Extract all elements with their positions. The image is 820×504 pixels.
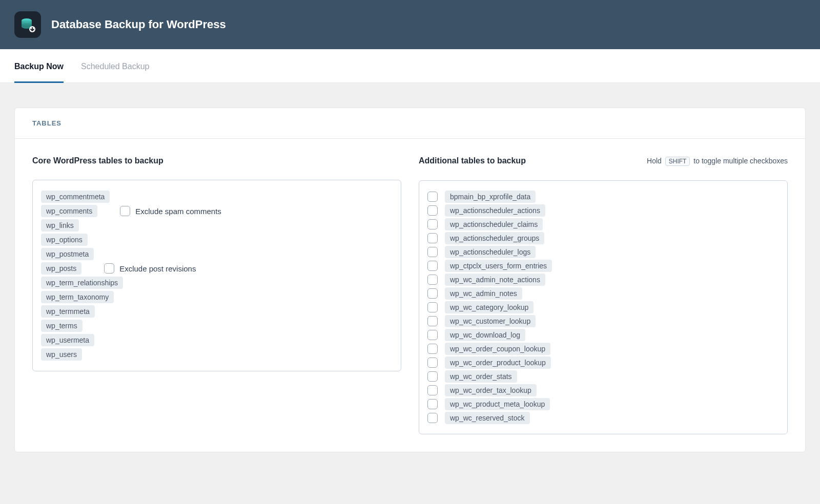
tab-backup-now[interactable]: Backup Now [14,51,64,83]
table-name-chip: wp_options [41,234,88,246]
additional-table-row: wp_wc_order_product_lookup [427,356,779,369]
table-checkbox[interactable] [427,219,438,229]
additional-table-row: wp_actionscheduler_claims [427,218,779,230]
hint-post: to toggle multiple checkboxes [693,157,788,165]
core-table-row: wp_postsExclude post revisions [41,262,393,275]
table-checkbox[interactable] [427,192,438,202]
table-name-chip: wp_actionscheduler_logs [445,246,536,258]
table-checkbox[interactable] [427,371,438,382]
table-checkbox[interactable] [427,302,438,312]
additional-table-row: wp_wc_customer_lookup [427,315,779,327]
table-name-chip: wp_comments [41,205,97,217]
additional-table-row: wp_actionscheduler_groups [427,232,779,244]
table-name-chip: wp_actionscheduler_groups [445,232,544,244]
table-checkbox[interactable] [427,275,438,285]
shift-hint: Hold SHIFT to toggle multiple checkboxes [647,157,788,166]
core-table-row: wp_commentmeta [41,191,393,203]
exclude-checkbox[interactable] [104,263,114,274]
core-tables-list: wp_commentmetawp_commentsExclude spam co… [32,180,401,371]
table-checkbox[interactable] [427,330,438,340]
content-area: TABLES Core WordPress tables to backup w… [0,83,820,452]
table-checkbox[interactable] [427,399,438,409]
core-tables-heading: Core WordPress tables to backup [32,156,163,165]
exclude-option: Exclude post revisions [104,263,196,274]
additional-table-row: wp_wc_product_meta_lookup [427,398,779,410]
table-checkbox[interactable] [427,233,438,243]
table-name-chip: wp_term_taxonomy [41,291,114,303]
core-tables-column: Core WordPress tables to backup wp_comme… [32,156,401,434]
additional-table-row: wp_wc_order_tax_lookup [427,384,779,396]
table-name-chip: wp_wc_customer_lookup [445,315,536,327]
core-table-row: wp_links [41,219,393,232]
table-name-chip: bpmain_bp_xprofile_data [445,191,536,203]
table-name-chip: wp_actionscheduler_actions [445,204,545,217]
tab-scheduled-backup[interactable]: Scheduled Backup [81,51,149,83]
table-name-chip: wp_links [41,219,79,232]
app-logo-icon [14,11,41,38]
table-checkbox[interactable] [427,247,438,257]
additional-table-row: bpmain_bp_xprofile_data [427,191,779,203]
tables-card: TABLES Core WordPress tables to backup w… [14,108,806,452]
core-table-row: wp_users [41,348,393,361]
table-checkbox[interactable] [427,288,438,299]
core-table-row: wp_options [41,234,393,246]
additional-table-row: wp_wc_order_stats [427,370,779,383]
table-name-chip: wp_wc_order_product_lookup [445,356,551,369]
table-checkbox[interactable] [427,358,438,368]
exclude-label: Exclude spam comments [135,207,221,216]
table-name-chip: wp_wc_order_tax_lookup [445,384,537,396]
additional-table-row: wp_actionscheduler_actions [427,204,779,217]
table-name-chip: wp_ctpclx_users_form_entries [445,260,552,272]
additional-table-row: wp_actionscheduler_logs [427,246,779,258]
app-title: Database Backup for WordPress [51,18,226,31]
table-name-chip: wp_wc_category_lookup [445,301,534,313]
table-checkbox[interactable] [427,261,438,271]
hint-pre: Hold [647,157,662,165]
table-name-chip: wp_usermeta [41,334,94,346]
additional-table-row: wp_wc_reserved_stock [427,412,779,424]
core-table-row: wp_termmeta [41,305,393,318]
table-name-chip: wp_users [41,348,82,361]
table-name-chip: wp_wc_order_stats [445,370,517,383]
tabs-nav: Backup NowScheduled Backup [0,49,820,83]
additional-table-row: wp_wc_download_log [427,329,779,341]
card-section-label: TABLES [15,108,805,139]
table-name-chip: wp_postmeta [41,248,94,260]
additional-tables-list: bpmain_bp_xprofile_datawp_actionschedule… [419,180,788,434]
table-name-chip: wp_term_relationships [41,277,123,289]
additional-table-row: wp_wc_category_lookup [427,301,779,313]
additional-tables-heading: Additional tables to backup [419,156,526,165]
table-name-chip: wp_wc_order_coupon_lookup [445,343,550,355]
table-name-chip: wp_terms [41,320,83,332]
table-name-chip: wp_termmeta [41,305,95,318]
additional-table-row: wp_ctpclx_users_form_entries [427,260,779,272]
additional-tables-column: Additional tables to backup Hold SHIFT t… [419,156,788,434]
table-name-chip: wp_wc_product_meta_lookup [445,398,550,410]
additional-table-row: wp_wc_admin_notes [427,287,779,300]
exclude-label: Exclude post revisions [119,264,196,273]
exclude-checkbox[interactable] [120,206,130,216]
exclude-option: Exclude spam comments [120,206,221,216]
table-name-chip: wp_commentmeta [41,191,110,203]
additional-table-row: wp_wc_admin_note_actions [427,274,779,286]
table-name-chip: wp_actionscheduler_claims [445,218,543,230]
core-table-row: wp_commentsExclude spam comments [41,205,393,217]
table-checkbox[interactable] [427,413,438,423]
core-table-row: wp_terms [41,320,393,332]
table-checkbox[interactable] [427,385,438,395]
table-checkbox[interactable] [427,316,438,326]
table-name-chip: wp_wc_reserved_stock [445,412,530,424]
core-table-row: wp_term_relationships [41,277,393,289]
core-table-row: wp_term_taxonomy [41,291,393,303]
app-header: Database Backup for WordPress [0,0,820,49]
hint-key: SHIFT [665,157,690,166]
table-name-chip: wp_wc_admin_notes [445,287,522,300]
table-checkbox[interactable] [427,205,438,216]
table-checkbox[interactable] [427,344,438,354]
core-table-row: wp_usermeta [41,334,393,346]
table-name-chip: wp_wc_download_log [445,329,525,341]
table-name-chip: wp_wc_admin_note_actions [445,274,545,286]
table-name-chip: wp_posts [41,262,81,275]
core-table-row: wp_postmeta [41,248,393,260]
additional-table-row: wp_wc_order_coupon_lookup [427,343,779,355]
